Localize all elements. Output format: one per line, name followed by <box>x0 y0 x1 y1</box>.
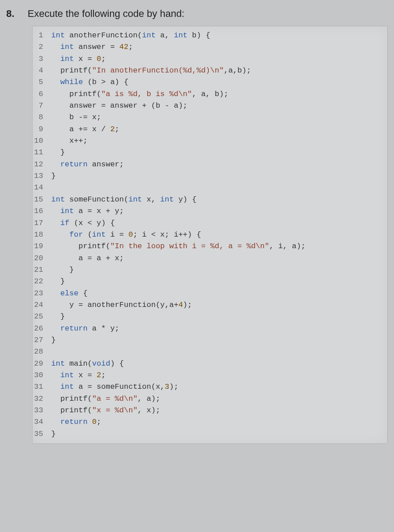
code-line: 31 int a = someFunction(x,3); <box>32 381 386 393</box>
line-number: 13 <box>32 170 51 182</box>
code-token: answer = answer + (b - a); <box>51 101 187 110</box>
code-content: while (b > a) { <box>51 77 128 88</box>
code-line: 3 int x = 0; <box>32 53 386 65</box>
code-token: int <box>92 230 110 239</box>
line-number: 9 <box>32 124 51 135</box>
code-token <box>51 55 60 63</box>
code-line: 6 printf("a is %d, b is %d\n", a, b); <box>32 89 386 100</box>
code-token: ; <box>97 418 101 426</box>
code-token: ; i < x; i++) { <box>133 230 201 239</box>
code-line: 33 printf("x = %d\n", x); <box>32 405 386 416</box>
code-content: } <box>51 311 65 322</box>
code-content: } <box>51 335 56 346</box>
code-token: } <box>51 172 56 180</box>
code-line: 18 for (int i = 0; i < x; i++) { <box>32 229 386 241</box>
code-content: } <box>51 428 56 440</box>
code-token: a = someFunction(x, <box>78 383 165 391</box>
code-token: ; <box>128 43 133 51</box>
line-number: 18 <box>32 229 51 241</box>
code-line: 14 <box>32 182 386 193</box>
code-content: printf("In anotherFunction(%d,%d)\n",a,b… <box>51 65 251 77</box>
code-line: 19 printf("In the loop with i = %d, a = … <box>32 241 386 252</box>
line-number: 7 <box>32 100 51 112</box>
line-number: 35 <box>32 428 51 440</box>
code-content: answer = answer + (b - a); <box>51 100 187 112</box>
code-line: 5 while (b > a) { <box>32 77 386 88</box>
line-number: 34 <box>32 416 51 428</box>
code-token: int <box>60 383 78 391</box>
code-token: x = <box>78 371 97 379</box>
code-line: 20 a = a + x; <box>32 253 386 264</box>
code-token: int <box>174 31 192 40</box>
code-content: else { <box>51 288 88 299</box>
code-content: for (int i = 0; i < x; i++) { <box>51 229 201 241</box>
line-number: 31 <box>32 381 51 393</box>
code-token: main( <box>69 359 92 368</box>
line-number: 4 <box>32 65 51 77</box>
code-content: printf("a is %d, b is %d\n", a, b); <box>51 89 228 100</box>
code-token: "In anotherFunction(%d,%d)\n" <box>92 66 224 75</box>
code-token: x, <box>146 195 160 204</box>
code-token: } <box>51 277 65 286</box>
code-line: 28 <box>32 346 386 358</box>
code-token <box>51 418 60 426</box>
line-number: 23 <box>32 288 51 299</box>
code-token: ; <box>101 371 106 379</box>
code-token <box>51 160 60 169</box>
question-prompt: Execute the following code by hand: <box>28 8 184 20</box>
code-token <box>51 324 60 333</box>
code-content: a += x / 2; <box>51 124 119 135</box>
code-token: } <box>51 148 65 157</box>
code-line: 23 else { <box>32 288 386 299</box>
code-content: } <box>51 170 56 182</box>
code-line: 12 return answer; <box>32 159 386 170</box>
code-token: return <box>60 324 92 333</box>
code-token <box>51 78 60 86</box>
code-token: int <box>51 359 69 368</box>
code-token: int <box>160 195 179 204</box>
code-token: int <box>51 31 69 40</box>
code-token: ( <box>88 230 92 239</box>
code-token: 4 <box>179 301 183 309</box>
line-number: 24 <box>32 299 51 311</box>
code-token: else <box>60 289 83 298</box>
code-line: 30 int x = 2; <box>32 370 386 381</box>
code-token: while <box>60 78 87 86</box>
code-token: if <box>60 219 74 227</box>
code-line: 27} <box>32 335 386 346</box>
line-number: 19 <box>32 241 51 252</box>
code-token: } <box>51 430 56 438</box>
code-content: int main(void) { <box>51 358 124 370</box>
code-token: (x < y) { <box>74 219 115 227</box>
code-token: } <box>51 266 74 274</box>
code-content: } <box>51 264 74 276</box>
code-token: b) { <box>192 31 210 40</box>
code-token: 3 <box>165 383 169 391</box>
line-number: 33 <box>32 405 51 416</box>
code-content: return 0; <box>51 416 101 428</box>
code-listing: 1int anotherFunction(int a, int b) {2 in… <box>32 26 388 444</box>
line-number: 10 <box>32 135 51 147</box>
code-token: i = <box>110 230 129 239</box>
code-token: int <box>60 55 78 63</box>
line-number: 26 <box>32 323 51 335</box>
code-line: 22 } <box>32 276 386 287</box>
code-token: , a, b); <box>192 90 228 98</box>
code-content: printf("a = %d\n", a); <box>51 393 160 405</box>
code-content: printf("x = %d\n", x); <box>51 405 160 416</box>
code-line: 10 x++; <box>32 135 386 147</box>
code-token: (b > a) { <box>88 78 129 86</box>
code-token: answer = <box>78 43 119 51</box>
code-content: int a = someFunction(x,3); <box>51 381 179 393</box>
code-token: , i, a); <box>269 242 306 250</box>
code-line: 15int someFunction(int x, int y) { <box>32 194 386 206</box>
line-number: 22 <box>32 276 51 287</box>
code-token <box>51 371 60 379</box>
code-content: } <box>51 147 65 158</box>
line-number: 32 <box>32 393 51 405</box>
code-content: } <box>51 276 65 287</box>
code-content: printf("In the loop with i = %d, a = %d\… <box>51 241 305 252</box>
code-token: a = x + y; <box>78 207 124 215</box>
line-number: 11 <box>32 147 51 158</box>
code-content: y = anotherFunction(y,a+4); <box>51 299 192 311</box>
